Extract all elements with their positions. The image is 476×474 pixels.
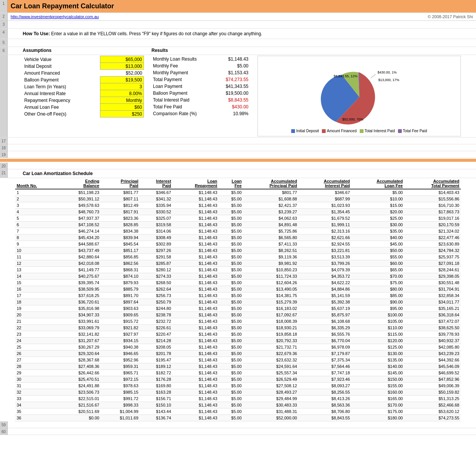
legend-color-fee [398, 129, 402, 133]
table-cell: $19,858.18 [243, 331, 298, 338]
table-cell: $5.00 [219, 338, 243, 344]
table-cell: $879.93 [101, 280, 140, 286]
table-cell: $6,770.04 [298, 338, 351, 344]
amortization-table: Month No. EndingBalance PrincipalPaid In… [15, 178, 461, 421]
table-cell: $5.00 [219, 241, 243, 247]
table-cell: $38,509.95 [58, 286, 101, 293]
pie-chart: $8,843.55, 12% $430.00, 1% $13,000, 17% … [306, 59, 412, 127]
table-cell: $851.17 [101, 247, 140, 254]
table-cell: $0.00 [58, 415, 101, 421]
table-cell: $823.36 [101, 215, 140, 222]
table-cell: $163.28 [140, 389, 173, 396]
table-cell: $1,148.43 [173, 215, 219, 222]
table-cell: $6,978.09 [298, 344, 351, 350]
table-cell: $39,395.74 [58, 280, 101, 286]
table-cell: $998.33 [101, 402, 140, 408]
table-cell: $18,930.21 [243, 325, 298, 331]
table-cell: $11,724.33 [243, 273, 298, 280]
empty-row-59: 59 [0, 421, 476, 428]
table-cell: $28,493.27 [243, 389, 298, 396]
table-cell: 29 [15, 370, 58, 376]
table-row: 21$33,991.61$915.72$232.72$1,148.43$5.00… [15, 318, 461, 325]
table-cell: 2 [15, 196, 58, 202]
table-cell: $1,148.43 [173, 383, 219, 389]
table-cell: $40,275.67 [58, 273, 101, 280]
legend-total-fee: Total Fee Paid [398, 129, 427, 133]
table-cell: $36,318.64 [404, 312, 461, 318]
table-cell: $5,637.19 [298, 305, 351, 312]
table-cell: $180.00 [351, 415, 404, 421]
table-cell: $8,563.36 [298, 402, 351, 408]
table-row: 14$40,275.67$874.10$274.33$1,148.43$5.00… [15, 273, 461, 280]
table-row: 1$51,198.23$801.77$346.67$1,148.43$5.00$… [15, 189, 461, 196]
empty-row-60: 60 [0, 428, 476, 435]
table-cell: $22,477.46 [404, 235, 461, 241]
table-cell: $30,551.48 [404, 280, 461, 286]
table-cell: $1,354.45 [298, 209, 351, 215]
table-cell: $8,256.55 [298, 389, 351, 396]
table-cell: $220.47 [140, 331, 173, 338]
result-total-fee: Total Fee Paid $430.00 [151, 103, 250, 110]
spreadsheet: 1 Car Loan Repayment Calculator 2 http:/… [0, 0, 476, 435]
table-cell: $14,403.43 [404, 189, 461, 196]
table-cell: $5.00 [219, 396, 243, 402]
table-cell: $5.00 [219, 350, 243, 357]
table-cell: $1,148.43 [173, 235, 219, 241]
table-cell: $885.79 [101, 286, 140, 293]
table-cell: $25,937.75 [404, 254, 461, 260]
col-acc-total: AccumulatedTotal Payment [404, 178, 461, 189]
table-cell: $921.82 [101, 325, 140, 331]
table-cell: $43,239.23 [404, 350, 461, 357]
table-cell: $909.65 [101, 312, 140, 318]
table-cell: $5.00 [219, 189, 243, 196]
table-cell: $19,017.16 [404, 215, 461, 222]
table-cell: $15.00 [351, 202, 404, 209]
table-cell: $801.77 [101, 189, 140, 196]
table-cell: $26,529.49 [243, 376, 298, 383]
assumption-loan-term: Loan Term (in Years) 3 [23, 83, 144, 90]
table-cell: 23 [15, 331, 58, 338]
table-cell: $346.67 [298, 189, 351, 196]
table-cell: $24,784.32 [404, 247, 461, 254]
website-link[interactable]: http://www.investmentpropertycalculator.… [8, 14, 102, 20]
table-cell: $208.05 [140, 344, 173, 350]
table-cell: $130.00 [351, 350, 404, 357]
section-titles-row: 6 Assumptions Results [0, 47, 476, 55]
table-cell: $3,221.81 [298, 247, 351, 254]
table-cell: $839.94 [101, 235, 140, 241]
table-cell: $4,884.86 [298, 286, 351, 293]
table-cell: $30,483.33 [243, 402, 298, 408]
col-month: Month No. [15, 178, 58, 189]
legend-color-interest [360, 129, 364, 133]
assumptions-section: Vehicle Value $65,000 Initial Deposit $1… [23, 56, 144, 136]
table-cell: $940.38 [101, 344, 140, 350]
table-cell: $3,513.39 [298, 254, 351, 260]
table-cell: $169.80 [140, 383, 173, 389]
table-cell: $135.00 [351, 357, 404, 363]
assumption-vehicle-value: Vehicle Value $65,000 [23, 56, 144, 63]
table-row: 15$39,395.74$879.93$268.50$1,148.43$5.00… [15, 280, 461, 286]
row-num-6: 6 [0, 47, 8, 55]
table-cell: 17 [15, 293, 58, 299]
table-cell: $10,850.23 [243, 267, 298, 273]
table-cell: 33 [15, 396, 58, 402]
table-cell: $1,148.43 [173, 247, 219, 254]
table-row: 25$30,267.29$940.38$208.05$1,148.43$5.00… [15, 344, 461, 350]
table-cell: $140.00 [351, 363, 404, 370]
table-row: 5$47,937.37$823.36$325.07$1,148.43$5.00$… [15, 215, 461, 222]
assumption-other-fee: Other One-off Fee(s) $250 [23, 111, 144, 117]
table-cell: $1,148.43 [173, 305, 219, 312]
table-cell: $5,725.86 [243, 228, 298, 235]
table-cell: $1,148.43 [173, 299, 219, 305]
table-cell: $946.65 [101, 350, 140, 357]
assumption-amount-financed: Amount Financed $52,000 [23, 70, 144, 77]
table-cell: $341.32 [140, 196, 173, 202]
table-cell: $50.00 [351, 247, 404, 254]
table-cell: 31 [15, 383, 58, 389]
table-row: 12$42,018.08$862.56$285.87$1,148.43$5.00… [15, 260, 461, 267]
table-cell: $23,632.32 [243, 357, 298, 363]
table-row: 20$34,907.33$909.65$238.78$1,148.43$5.00… [15, 312, 461, 318]
table-cell: $15,279.39 [243, 299, 298, 305]
table-cell: $5.00 [219, 415, 243, 421]
table-cell: $20,792.33 [243, 338, 298, 344]
